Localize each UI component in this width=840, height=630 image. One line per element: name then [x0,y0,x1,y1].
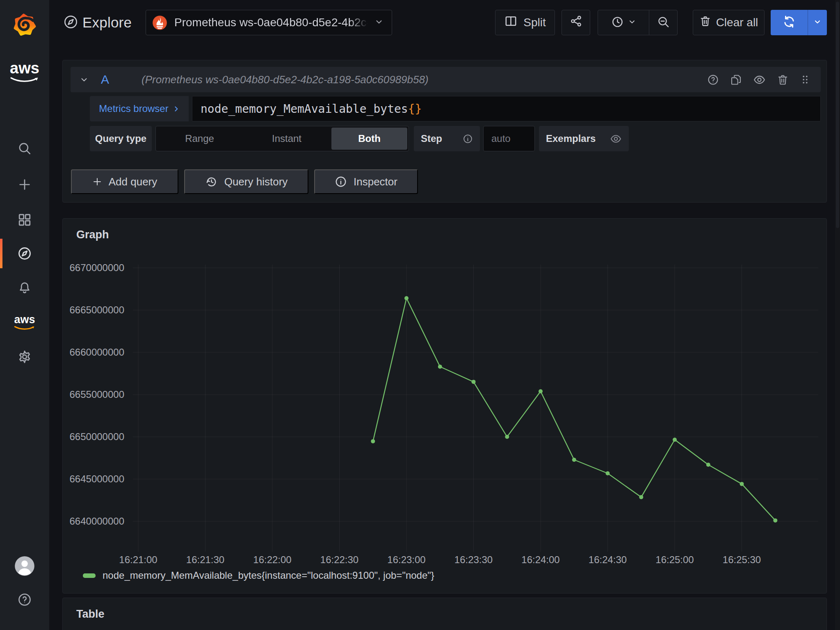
dashboards-icon[interactable] [0,210,49,230]
query-type-label-text: Query type [95,133,146,144]
metrics-browser-label: Metrics browser [99,103,168,114]
trash-icon[interactable] [777,74,789,86]
datasource-picker[interactable]: Prometheus ws-0ae04b80-d5e2-4b2c-a198-5a… [146,10,392,35]
query-options-row: Query type RangeInstantBoth Step auto [90,126,629,151]
prometheus-logo [152,15,167,30]
explore-icon[interactable] [0,244,49,263]
query-expression: node_memory_MemAvailable_bytes [201,102,408,116]
time-picker-button[interactable] [598,10,649,35]
avatar[interactable] [0,555,49,578]
query-ref-id[interactable]: A [101,73,109,87]
main-area: Explore Prometheus ws-0ae04b80-d5e2-4b2c… [49,0,840,630]
svg-text:16:24:30: 16:24:30 [589,554,627,565]
datasource-name: Prometheus ws-0ae04b80-d5e2-4b2c-a198-5a… [174,16,372,29]
inspector-button[interactable]: Inspector [314,169,418,194]
svg-text:6650000000: 6650000000 [70,431,124,442]
chevron-down-icon [813,18,822,27]
query-type-option-instant[interactable]: Instant [242,128,331,150]
query-type-label: Query type [90,126,152,151]
explore-compass-icon [63,14,78,31]
collapse-chevron-icon[interactable] [80,75,89,84]
refresh-icon [782,15,796,30]
svg-text:16:23:30: 16:23:30 [454,554,493,565]
query-type-option-both[interactable]: Both [331,128,407,150]
svg-text:16:24:00: 16:24:00 [521,554,559,565]
query-actions-row: Add query Query history [71,169,418,194]
clear-all-label: Clear all [716,16,758,29]
scrollbar-thumb[interactable] [836,2,839,228]
add-icon[interactable] [0,175,49,194]
active-section-indicator [0,239,2,268]
chevron-down-icon [628,18,636,27]
plus-icon [92,177,102,187]
aws-logo[interactable]: aws [0,57,49,86]
query-type-radio-group: RangeInstantBoth [155,126,409,151]
alerting-icon[interactable] [0,278,49,298]
info-circle-icon[interactable] [463,134,473,144]
clear-all-button[interactable]: Clear all [693,10,765,35]
exemplars-label: Exemplars [539,126,629,151]
settings-gear-icon[interactable] [0,347,49,367]
chart-legend: node_memory_MemAvailable_bytes{instance=… [83,570,434,581]
page-scrollbar[interactable] [835,0,840,630]
graph-panel: Graph 6670000000666500000066600000006655… [62,218,827,593]
inspector-label: Inspector [354,176,397,188]
drag-handle-icon[interactable] [800,74,810,85]
grafana-logo[interactable] [0,12,49,37]
share-icon [570,15,582,30]
eye-icon[interactable] [753,73,766,86]
split-icon [504,14,518,31]
page-title: Explore [82,14,132,31]
svg-text:16:23:00: 16:23:00 [387,554,425,565]
query-history-button[interactable]: Query history [184,169,308,194]
query-editor-panel: A (Prometheus ws-0ae04b80-d5e2-4b2c-a198… [62,60,827,203]
query-history-label: Query history [224,176,288,188]
exemplars-toggle-eye-icon[interactable] [610,133,622,145]
query-row-actions [707,73,810,86]
svg-text:6655000000: 6655000000 [70,389,124,400]
zoom-out-icon [657,16,670,30]
run-query-group [771,10,827,35]
query-field-row: Metrics browser node_memory_MemAvailable… [90,96,821,121]
zoom-out-button[interactable] [649,10,677,35]
help-icon[interactable] [0,590,49,609]
time-series-chart[interactable]: 6670000000666500000066600000006655000000… [63,219,826,593]
query-row-header[interactable]: A (Prometheus ws-0ae04b80-d5e2-4b2c-a198… [71,67,821,92]
search-icon[interactable] [0,139,49,158]
chevron-down-icon [374,17,383,28]
run-query-dropdown-button[interactable] [808,10,827,35]
step-label-text: Step [421,133,442,144]
svg-text:16:25:30: 16:25:30 [723,554,761,565]
metrics-browser-button[interactable]: Metrics browser [90,96,189,121]
aws-wordmark: aws [14,314,35,325]
step-input[interactable]: auto [483,126,535,151]
svg-text:6660000000: 6660000000 [70,347,124,358]
help-circle-icon[interactable] [707,74,719,86]
split-button[interactable]: Split [495,10,555,35]
trash-icon [699,15,711,30]
table-panel: Table [62,598,827,630]
sidebar: aws [0,0,49,630]
query-expression-braces: {} [408,102,422,116]
add-query-button[interactable]: Add query [71,169,178,194]
step-label: Step [414,126,480,151]
duplicate-icon[interactable] [730,74,742,86]
split-label: Split [523,16,546,29]
aws-datasources-icon[interactable]: aws [0,311,49,334]
svg-text:6665000000: 6665000000 [70,304,124,315]
svg-text:16:21:00: 16:21:00 [119,554,157,565]
time-picker-group [598,10,678,35]
page-header: Explore [63,0,132,45]
share-button[interactable] [562,10,590,35]
legend-series-label[interactable]: node_memory_MemAvailable_bytes{instance=… [103,570,434,581]
step-value: auto [491,133,511,144]
table-panel-title: Table [76,608,105,621]
aws-wordmark: aws [10,60,39,76]
history-icon [205,176,218,188]
query-expression-input[interactable]: node_memory_MemAvailable_bytes{} [192,96,821,121]
run-query-button[interactable] [771,10,808,35]
query-type-option-range[interactable]: Range [157,128,242,150]
add-query-label: Add query [109,176,158,188]
explore-toolbar: Explore Prometheus ws-0ae04b80-d5e2-4b2c… [49,0,840,45]
legend-series-swatch [83,573,96,578]
